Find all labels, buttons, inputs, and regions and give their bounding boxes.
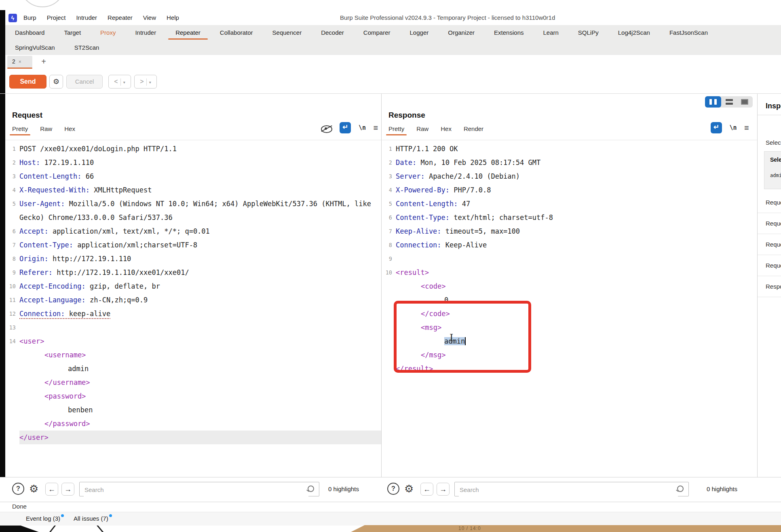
tab-fastjsonscan[interactable]: FastJsonScan (660, 25, 718, 40)
previous-match-button[interactable]: ← (420, 483, 433, 496)
view-tab-raw[interactable]: Raw (40, 125, 52, 135)
next-match-button[interactable]: → (437, 483, 450, 496)
plain-text: PHP/7.0.8 (450, 186, 491, 194)
inspector-section-request-query-parameters[interactable]: Request query parameters (758, 213, 781, 234)
plain-text: HTTP/1.1 200 OK (396, 145, 458, 153)
send-button[interactable]: Send (9, 75, 46, 89)
view-tab-pretty[interactable]: Pretty (12, 125, 28, 135)
view-tab-raw[interactable]: Raw (416, 125, 428, 135)
tab-organizer[interactable]: Organizer (438, 25, 484, 40)
layout-single-icon[interactable] (737, 96, 753, 108)
newline-toggle-icon[interactable]: \n (359, 124, 366, 131)
send-settings-gear-icon[interactable]: ⚙ (49, 75, 63, 89)
line-number: 5 (5, 197, 16, 211)
menu-intruder[interactable]: Intruder (71, 10, 102, 25)
gear-icon[interactable]: ⚙ (29, 483, 38, 495)
menu-project[interactable]: Project (42, 10, 71, 25)
tab-comparer[interactable]: Comparer (354, 25, 400, 40)
help-icon[interactable]: ? (12, 483, 24, 495)
tab-springvulscan[interactable]: SpringVulScan (5, 40, 65, 55)
request-search-input[interactable] (84, 483, 308, 496)
layout-rows-icon[interactable] (721, 96, 737, 108)
inspector-section-response-headers[interactable]: Response headers (758, 276, 781, 297)
editor-line: 4X-Powered-By: PHP/7.0.8 (382, 183, 757, 197)
tab-sequencer[interactable]: Sequencer (263, 25, 312, 40)
plain-text: XMLHttpRequest (90, 186, 152, 194)
line-number: 11 (5, 293, 16, 307)
inspector-section-request-body-parameters[interactable]: Request body parameters (758, 234, 781, 255)
tab-collaborator[interactable]: Collaborator (210, 25, 263, 40)
all-issues-tab[interactable]: All issues (7) (74, 515, 112, 522)
selected-text-label: Selected text (770, 156, 781, 163)
tab-decoder[interactable]: Decoder (311, 25, 354, 40)
view-tab-pretty[interactable]: Pretty (388, 125, 404, 135)
header-name: Server: (396, 172, 425, 180)
request-editor-icons: ↵ \n ≡ (315, 122, 378, 134)
view-tab-render[interactable]: Render (464, 125, 483, 135)
menu-burp[interactable]: Burp (18, 10, 42, 25)
tab-target[interactable]: Target (54, 25, 91, 40)
newline-toggle-icon[interactable]: \n (729, 124, 737, 131)
editor-menu-icon[interactable]: ≡ (744, 123, 749, 133)
cancel-button[interactable]: Cancel (66, 75, 103, 89)
tab-log4j2scan[interactable]: Log4j2Scan (608, 25, 660, 40)
request-view-tabs: PrettyRawHex (12, 125, 87, 135)
plain-text: application/xml, text/xml, */*; q=0.01 (49, 227, 210, 235)
tab-sqlipy[interactable]: SQLiPy (568, 25, 608, 40)
request-editor[interactable]: 1POST /xxe01/xxe01/doLogin.php HTTP/1.12… (5, 140, 381, 477)
response-search-input[interactable] (459, 483, 678, 496)
search-toolbar-row: ? ⚙ ← → 0 highlights ? ⚙ ← → 0 highlight… (0, 477, 781, 502)
line-number: 4 (5, 183, 16, 197)
plain-text: benben (68, 406, 93, 414)
editor-line: 4X-Requested-With: XMLHttpRequest (5, 183, 381, 197)
search-icon (308, 486, 314, 492)
tab-dashboard[interactable]: Dashboard (5, 25, 54, 40)
line-number (382, 334, 392, 348)
tab-st2scan[interactable]: ST2Scan (65, 40, 109, 55)
tab-intruder[interactable]: Intruder (125, 25, 166, 40)
editor-menu-icon[interactable]: ≡ (373, 123, 378, 133)
tab-logger[interactable]: Logger (400, 25, 439, 40)
next-match-button[interactable]: → (61, 483, 74, 496)
inspector-section-request-attributes[interactable]: Request attributes (758, 192, 781, 213)
wrap-text-icon[interactable]: ↵ (711, 122, 722, 133)
chevron-down-icon[interactable]: ▾ (149, 80, 151, 84)
line-number (5, 362, 16, 376)
tool-tabs-row2: SpringVulScanST2Scan (5, 40, 781, 55)
editor-line: 3Server: Apache/2.4.10 (Debian) (382, 169, 757, 183)
tab-extensions[interactable]: Extensions (484, 25, 533, 40)
view-tab-hex[interactable]: Hex (64, 125, 75, 135)
menu-items: BurpProjectIntruderRepeaterViewHelp (18, 10, 184, 25)
request-search-box (79, 482, 319, 496)
wrap-text-icon[interactable]: ↵ (340, 122, 351, 133)
previous-match-button[interactable]: ← (45, 483, 58, 496)
gear-icon[interactable]: ⚙ (404, 483, 414, 495)
menu-repeater[interactable]: Repeater (102, 10, 138, 25)
tab-proxy[interactable]: Proxy (91, 25, 125, 40)
xml-tag: </password> (44, 420, 90, 428)
editor-line: 1HTTP/1.1 200 OK (382, 142, 757, 156)
event-log-tab[interactable]: Event log (3) (26, 515, 64, 522)
tab-repeater[interactable]: Repeater (166, 25, 210, 40)
menu-help[interactable]: Help (161, 10, 184, 25)
line-number (5, 348, 16, 362)
add-tab-button[interactable]: + (38, 56, 50, 68)
help-icon[interactable]: ? (387, 483, 399, 495)
status-text: Done (12, 503, 27, 510)
tab-learn[interactable]: Learn (533, 25, 568, 40)
session-tab-2[interactable]: 2× (7, 56, 32, 68)
view-tab-hex[interactable]: Hex (441, 125, 452, 135)
line-content: Connection: keep-alive (19, 307, 381, 321)
inspector-section-request-headers[interactable]: Request headers (758, 255, 781, 276)
next-request-button[interactable]: >▾ (134, 75, 157, 89)
previous-request-button[interactable]: <▾ (108, 75, 131, 89)
action-row: Send ⚙ Cancel <▾ >▾ (5, 71, 781, 93)
chevron-down-icon[interactable]: ▾ (123, 80, 125, 84)
editor-line: 14<user> (5, 334, 381, 348)
menu-view[interactable]: View (138, 10, 161, 25)
close-tab-icon[interactable]: × (19, 59, 21, 65)
hide-icon[interactable] (321, 125, 332, 133)
layout-columns-icon[interactable] (705, 96, 721, 108)
editor-line: 9Referer: http://172.19.1.110/xxe01/xxe0… (5, 266, 381, 279)
editor-line: 11Accept-Language: zh-CN,zh;q=0.9 (5, 293, 381, 307)
